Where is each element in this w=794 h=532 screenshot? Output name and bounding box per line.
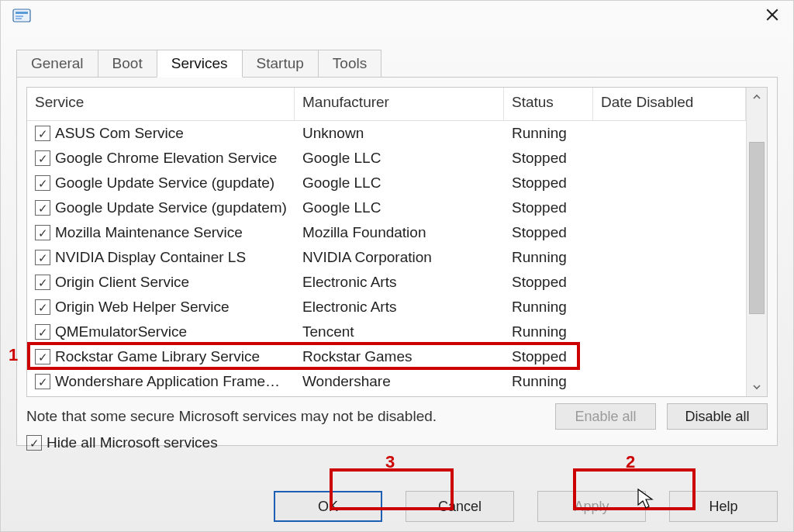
cell-status: Running bbox=[504, 299, 593, 316]
row-checkbox[interactable]: ✓ bbox=[35, 275, 50, 290]
service-name: Google Chrome Elevation Service bbox=[55, 150, 277, 167]
table-row[interactable]: ✓Google Update Service (gupdatem)Google … bbox=[27, 195, 746, 220]
cell-status: Stopped bbox=[504, 199, 593, 216]
titlebar bbox=[1, 1, 793, 32]
tab-tools[interactable]: Tools bbox=[318, 50, 381, 77]
row-checkbox[interactable]: ✓ bbox=[35, 324, 50, 340]
row-checkbox[interactable]: ✓ bbox=[35, 126, 50, 141]
cell-status: Stopped bbox=[504, 348, 593, 365]
help-button[interactable]: Help bbox=[669, 491, 778, 522]
table-row[interactable]: ✓QMEmulatorServiceTencentRunning bbox=[27, 320, 746, 344]
bottom-button-row: OK Cancel Apply Help bbox=[274, 491, 778, 522]
cell-manufacturer: Rockstar Games bbox=[295, 348, 504, 365]
cell-service: ✓Wondershare Application Frame… bbox=[27, 373, 295, 390]
hide-ms-label: Hide all Microsoft services bbox=[47, 434, 218, 451]
services-list: Service Manufacturer Status Date Disable… bbox=[26, 87, 768, 397]
close-button[interactable] bbox=[758, 6, 787, 26]
service-name: Rockstar Game Library Service bbox=[55, 348, 260, 365]
cell-manufacturer: NVIDIA Corporation bbox=[295, 249, 504, 266]
row-checkbox[interactable]: ✓ bbox=[35, 200, 50, 216]
enable-all-button[interactable]: Enable all bbox=[555, 403, 656, 430]
table-row[interactable]: ✓Wondershare Application Frame…Wondersha… bbox=[27, 369, 746, 394]
cell-status: Running bbox=[504, 249, 593, 266]
tab-boot[interactable]: Boot bbox=[98, 50, 157, 77]
cell-status: Running bbox=[504, 323, 593, 340]
tab-general[interactable]: General bbox=[16, 50, 98, 77]
cell-manufacturer: Google LLC bbox=[295, 150, 504, 167]
service-name: Google Update Service (gupdatem) bbox=[55, 199, 287, 216]
table-row[interactable]: ✓Google Chrome Elevation ServiceGoogle L… bbox=[27, 146, 746, 171]
note-row: Note that some secure Microsoft services… bbox=[26, 403, 768, 430]
row-checkbox[interactable]: ✓ bbox=[35, 299, 50, 315]
service-name: Origin Client Service bbox=[55, 274, 189, 291]
note-text: Note that some secure Microsoft services… bbox=[26, 408, 437, 425]
hide-ms-row: ✓ Hide all Microsoft services bbox=[26, 434, 768, 451]
annotation-number-2: 2 bbox=[626, 452, 635, 472]
cell-status: Stopped bbox=[504, 150, 593, 167]
row-checkbox[interactable]: ✓ bbox=[35, 349, 50, 364]
cell-service: ✓Google Update Service (gupdate) bbox=[27, 174, 295, 192]
table-row[interactable]: ✓Google Update Service (gupdate)Google L… bbox=[27, 171, 746, 195]
column-manufacturer[interactable]: Manufacturer bbox=[295, 88, 504, 120]
svg-rect-2 bbox=[16, 16, 23, 17]
annotation-number-3: 3 bbox=[385, 452, 395, 472]
tab-startup[interactable]: Startup bbox=[242, 50, 319, 77]
cancel-button[interactable]: Cancel bbox=[406, 491, 514, 522]
table-row[interactable]: ✓ASUS Com ServiceUnknownRunning bbox=[27, 121, 746, 146]
cell-status: Running bbox=[504, 125, 593, 142]
cell-manufacturer: Google LLC bbox=[295, 174, 504, 192]
service-name: ASUS Com Service bbox=[55, 125, 184, 142]
table-row[interactable]: ✓Mozilla Maintenance ServiceMozilla Foun… bbox=[27, 220, 746, 245]
scroll-down-icon[interactable] bbox=[747, 378, 767, 396]
column-headers: Service Manufacturer Status Date Disable… bbox=[27, 88, 746, 121]
cell-service: ✓Origin Web Helper Service bbox=[27, 299, 295, 316]
services-rows: ✓ASUS Com ServiceUnknownRunning✓Google C… bbox=[27, 121, 746, 396]
hide-ms-checkbox[interactable]: ✓ bbox=[26, 435, 42, 451]
tabstrip: General Boot Services Startup Tools bbox=[16, 49, 793, 77]
cell-service: ✓QMEmulatorService bbox=[27, 323, 295, 340]
table-row[interactable]: ✓Rockstar Game Library ServiceRockstar G… bbox=[27, 344, 746, 369]
cell-status: Running bbox=[504, 373, 593, 390]
cell-manufacturer: Electronic Arts bbox=[295, 274, 504, 291]
service-name: Google Update Service (gupdate) bbox=[55, 174, 274, 192]
cell-service: ✓Google Chrome Elevation Service bbox=[27, 150, 295, 167]
cell-status: Stopped bbox=[504, 224, 593, 241]
services-panel: Service Manufacturer Status Date Disable… bbox=[16, 77, 778, 446]
cell-service: ✓Rockstar Game Library Service bbox=[27, 348, 295, 365]
cell-manufacturer: Tencent bbox=[295, 323, 504, 340]
row-checkbox[interactable]: ✓ bbox=[35, 250, 50, 265]
service-name: QMEmulatorService bbox=[55, 323, 187, 340]
cell-manufacturer: Google LLC bbox=[295, 199, 504, 216]
cell-manufacturer: Electronic Arts bbox=[295, 299, 504, 316]
disable-all-button[interactable]: Disable all bbox=[667, 403, 768, 430]
table-row[interactable]: ✓Origin Web Helper ServiceElectronic Art… bbox=[27, 295, 746, 320]
service-name: Wondershare Application Frame… bbox=[55, 373, 280, 390]
column-date-disabled[interactable]: Date Disabled bbox=[593, 88, 746, 120]
scrollbar[interactable] bbox=[746, 88, 767, 396]
table-row[interactable]: ✓NVIDIA Display Container LSNVIDIA Corpo… bbox=[27, 245, 746, 270]
tab-services[interactable]: Services bbox=[157, 50, 243, 78]
cell-manufacturer: Wondershare bbox=[295, 373, 504, 390]
cell-service: ✓Google Update Service (gupdatem) bbox=[27, 199, 295, 216]
ok-button[interactable]: OK bbox=[274, 491, 382, 522]
row-checkbox[interactable]: ✓ bbox=[35, 374, 50, 389]
services-list-main: Service Manufacturer Status Date Disable… bbox=[27, 88, 746, 396]
row-checkbox[interactable]: ✓ bbox=[35, 175, 50, 191]
svg-rect-1 bbox=[16, 12, 28, 14]
row-checkbox[interactable]: ✓ bbox=[35, 150, 50, 166]
column-service[interactable]: Service bbox=[27, 88, 295, 120]
apply-button[interactable]: Apply bbox=[537, 491, 646, 522]
cell-service: ✓NVIDIA Display Container LS bbox=[27, 249, 295, 266]
svg-rect-3 bbox=[16, 18, 22, 19]
cell-service: ✓Mozilla Maintenance Service bbox=[27, 224, 295, 241]
scroll-thumb[interactable] bbox=[749, 142, 765, 314]
row-checkbox[interactable]: ✓ bbox=[35, 225, 50, 240]
scroll-up-icon[interactable] bbox=[747, 88, 767, 106]
service-name: Origin Web Helper Service bbox=[55, 299, 230, 316]
column-status[interactable]: Status bbox=[504, 88, 593, 120]
table-row[interactable]: ✓Origin Client ServiceElectronic ArtsSto… bbox=[27, 270, 746, 295]
msconfig-window: General Boot Services Startup Tools Serv… bbox=[0, 0, 794, 532]
cell-status: Stopped bbox=[504, 274, 593, 291]
cell-status: Stopped bbox=[504, 174, 593, 192]
service-name: Mozilla Maintenance Service bbox=[55, 224, 243, 241]
